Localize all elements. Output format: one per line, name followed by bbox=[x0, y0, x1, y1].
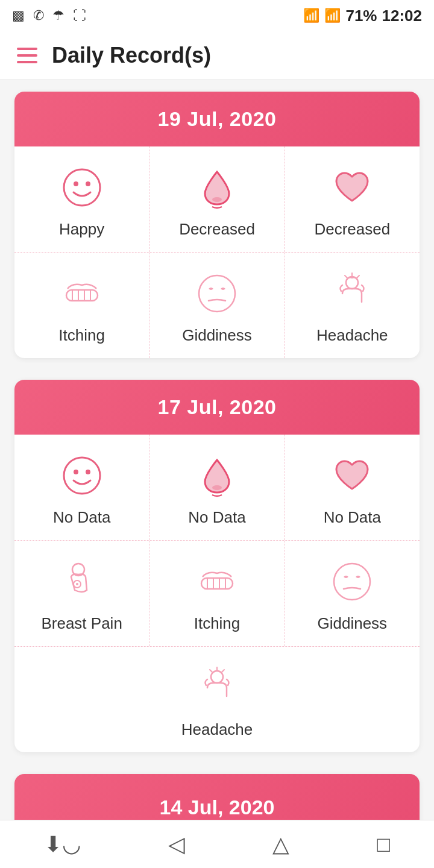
umbrella-icon: ☂ bbox=[52, 8, 64, 24]
window-icon[interactable]: □ bbox=[371, 826, 397, 863]
content-area: 19 Jul, 2020 Happy bbox=[0, 80, 434, 852]
cell-happy-label: Happy bbox=[59, 220, 104, 239]
giddiness-icon bbox=[193, 269, 241, 318]
cell-nodata-drop-label: No Data bbox=[188, 508, 245, 527]
cell-nodata-heart-label: No Data bbox=[324, 508, 381, 527]
svg-point-2 bbox=[86, 181, 90, 186]
signal-icon: 📶 bbox=[324, 8, 341, 24]
giddiness2-icon bbox=[328, 558, 376, 606]
cell-decreased-heart[interactable]: Decreased bbox=[285, 146, 420, 252]
svg-line-30 bbox=[210, 670, 212, 672]
itching2-icon bbox=[193, 558, 241, 606]
clock: 12:02 bbox=[382, 7, 423, 25]
no-data-happy-icon bbox=[58, 451, 106, 500]
image-icon: ⛶ bbox=[73, 8, 86, 24]
card-date-jul17: 17 Jul, 2020 bbox=[158, 395, 277, 418]
cell-nodata-heart[interactable]: No Data bbox=[285, 435, 420, 540]
card-row-top-jul17: No Data No Data No Data bbox=[14, 435, 420, 541]
wifi-icon: 📶 bbox=[303, 8, 319, 24]
cell-itching[interactable]: Itching bbox=[14, 253, 149, 358]
svg-point-15 bbox=[74, 470, 78, 474]
card-row-extra-jul17: Headache bbox=[14, 647, 420, 752]
cell-happy[interactable]: Happy bbox=[14, 146, 149, 252]
breast-pain-icon bbox=[58, 558, 106, 606]
cell-nodata-mood-label: No Data bbox=[53, 508, 110, 527]
svg-point-26 bbox=[334, 564, 370, 600]
svg-line-29 bbox=[222, 670, 224, 672]
menu-button[interactable] bbox=[17, 48, 37, 63]
nav-bar: ⬇◡ ◁ △ □ bbox=[0, 820, 434, 868]
svg-point-0 bbox=[64, 169, 100, 206]
card-row-bottom-jul19: Itching Giddiness bbox=[14, 253, 420, 358]
headache2-icon bbox=[193, 664, 241, 712]
home-icon[interactable]: △ bbox=[266, 826, 295, 863]
svg-point-9 bbox=[199, 275, 235, 312]
svg-point-27 bbox=[211, 671, 223, 683]
cell-itching-label: Itching bbox=[58, 326, 105, 345]
cell-headache-label: Headache bbox=[316, 326, 388, 345]
svg-rect-4 bbox=[66, 290, 98, 301]
svg-point-14 bbox=[64, 458, 100, 494]
itching-icon bbox=[58, 269, 106, 318]
app-bar: Daily Record(s) bbox=[0, 31, 434, 80]
cell-breast-pain[interactable]: Breast Pain bbox=[14, 541, 149, 646]
hamburger-line2 bbox=[17, 54, 37, 57]
headache-icon bbox=[328, 269, 376, 318]
status-right-info: 📶 📶 71% 12:02 bbox=[303, 7, 422, 25]
back-icon[interactable]: ◁ bbox=[162, 826, 191, 863]
page-title: Daily Record(s) bbox=[52, 43, 211, 68]
cell-nodata-mood[interactable]: No Data bbox=[14, 435, 149, 540]
card-row-bottom-jul17: Breast Pain Itching bbox=[14, 541, 420, 647]
cell-headache[interactable]: Headache bbox=[285, 253, 420, 358]
svg-point-17 bbox=[212, 485, 222, 490]
card-header-jul19: 19 Jul, 2020 bbox=[14, 92, 420, 146]
no-data-heart-icon bbox=[328, 451, 376, 500]
record-card-jul17: 17 Jul, 2020 No Data bbox=[14, 380, 420, 752]
svg-point-16 bbox=[86, 470, 90, 474]
card-header-jul17: 17 Jul, 2020 bbox=[14, 380, 420, 435]
svg-line-12 bbox=[357, 275, 359, 278]
hamburger-line3 bbox=[17, 61, 37, 63]
cell-breast-pain-label: Breast Pain bbox=[41, 614, 122, 633]
svg-line-13 bbox=[345, 275, 347, 278]
battery-percent: 71% bbox=[345, 7, 377, 25]
svg-point-1 bbox=[74, 181, 78, 186]
cell-decreased-drop-label: Decreased bbox=[179, 220, 255, 239]
cell-giddiness-label: Giddiness bbox=[182, 326, 252, 345]
cell-itching2[interactable]: Itching bbox=[149, 541, 285, 646]
cell-decreased-heart-label: Decreased bbox=[314, 220, 390, 239]
svg-rect-21 bbox=[201, 578, 233, 589]
heart-icon bbox=[328, 163, 376, 212]
partial-date-jul14: 14 Jul, 2020 bbox=[160, 796, 275, 819]
cell-giddiness[interactable]: Giddiness bbox=[149, 253, 285, 358]
svg-point-20 bbox=[76, 583, 78, 585]
drop-icon bbox=[193, 163, 241, 212]
status-bar: ▩ ✆ ☂ ⛶ 📶 📶 71% 12:02 bbox=[0, 0, 434, 31]
record-card-jul19: 19 Jul, 2020 Happy bbox=[14, 92, 420, 358]
no-data-drop-icon bbox=[193, 451, 241, 500]
status-left-icons: ▩ ✆ ☂ ⛶ bbox=[12, 8, 86, 24]
cell-giddiness2[interactable]: Giddiness bbox=[285, 541, 420, 646]
happy-icon bbox=[58, 163, 106, 212]
card-date-jul19: 19 Jul, 2020 bbox=[158, 107, 277, 130]
cell-nodata-drop[interactable]: No Data bbox=[149, 435, 285, 540]
cell-decreased-drop[interactable]: Decreased bbox=[149, 146, 285, 252]
cell-headache2[interactable]: Headache bbox=[149, 647, 285, 752]
cell-headache2-label: Headache bbox=[181, 720, 253, 739]
message-icon: ▩ bbox=[12, 8, 25, 24]
download-icon[interactable]: ⬇◡ bbox=[38, 826, 87, 863]
cell-giddiness2-label: Giddiness bbox=[318, 614, 388, 633]
svg-point-3 bbox=[212, 197, 222, 202]
hamburger-line1 bbox=[17, 48, 37, 50]
phone-icon: ✆ bbox=[33, 8, 44, 24]
cell-itching2-label: Itching bbox=[194, 614, 241, 633]
card-row-top-jul19: Happy Decreased bbox=[14, 146, 420, 253]
